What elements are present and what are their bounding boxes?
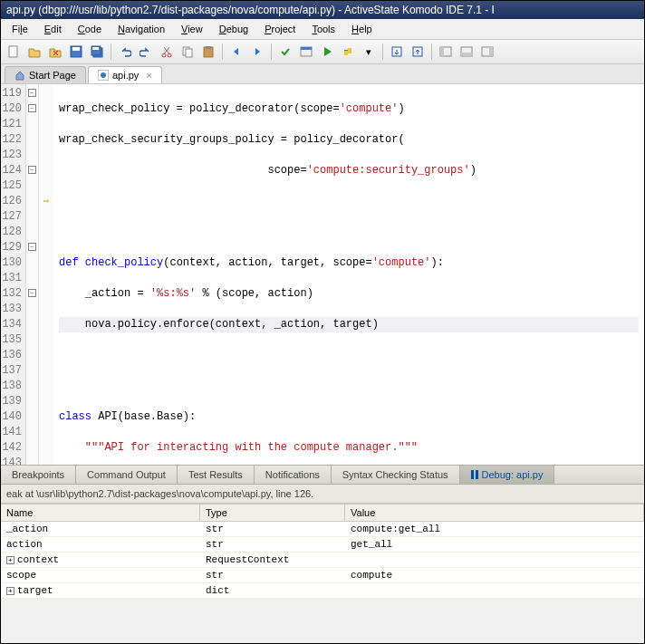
save-all-button[interactable] [88, 43, 106, 61]
forward-button[interactable] [248, 43, 266, 61]
line-number-gutter: 1191201211221231241251261271281291301311… [1, 84, 26, 465]
home-icon [14, 70, 25, 81]
svg-rect-9 [186, 49, 192, 57]
col-header-value[interactable]: Value [345, 505, 644, 521]
toolbar-separator [431, 43, 432, 60]
toolbar-separator [111, 43, 111, 60]
menu-bar: File Edit Code Navigation View Debug Pro… [1, 19, 644, 40]
tab-notifications[interactable]: Notifications [255, 466, 332, 484]
copy-button[interactable] [178, 43, 197, 61]
window-title-bar: api.py (dbgp:///usr/lib/python2.7/dist-p… [1, 1, 644, 19]
menu-view[interactable]: View [174, 21, 210, 37]
check-button[interactable] [276, 43, 294, 61]
variable-row[interactable]: +targetdict [1, 583, 644, 599]
code-editor[interactable]: 1191201211221231241251261271281291301311… [1, 84, 644, 465]
marker-column[interactable]: ⇨ [39, 84, 53, 465]
menu-project[interactable]: Project [257, 21, 303, 37]
run-button[interactable] [318, 43, 336, 61]
undo-button[interactable] [116, 43, 134, 61]
tab-start-page[interactable]: Start Page [5, 66, 86, 83]
preview-button[interactable] [297, 43, 315, 61]
close-button[interactable] [46, 43, 64, 61]
svg-rect-2 [72, 47, 80, 51]
tab-test-results[interactable]: Test Results [178, 466, 255, 484]
variable-row[interactable]: scopestrcompute [1, 568, 644, 583]
redo-button[interactable] [137, 43, 155, 61]
svg-rect-13 [301, 47, 312, 50]
tab-api-py[interactable]: api.py × [88, 66, 162, 83]
bottom-panel-tabs: Breakpoints Command Output Test Results … [1, 465, 644, 485]
main-toolbar: ▾ [1, 40, 644, 64]
python-file-icon [98, 70, 109, 81]
variable-row[interactable]: _actionstrcompute:get_all [1, 522, 644, 537]
svg-rect-0 [9, 46, 17, 57]
menu-code[interactable]: Code [71, 21, 109, 37]
tab-debug[interactable]: Debug: api.py [460, 466, 555, 484]
toolbar-separator [382, 43, 383, 60]
break-location-text: eak at \usr\lib\python2.7\dist-packages\… [1, 485, 644, 504]
tab-label: Start Page [29, 70, 76, 81]
pause-icon [471, 470, 478, 479]
save-button[interactable] [67, 43, 85, 61]
tab-syntax-checking[interactable]: Syntax Checking Status [332, 466, 460, 484]
col-header-type[interactable]: Type [200, 505, 345, 521]
editor-tabs: Start Page api.py × [1, 64, 644, 84]
tab-breakpoints[interactable]: Breakpoints [1, 466, 76, 484]
svg-rect-11 [206, 46, 211, 49]
col-header-name[interactable]: Name [1, 505, 200, 521]
fold-column[interactable]: −− − − − [26, 84, 39, 465]
close-tab-icon[interactable]: × [146, 70, 151, 81]
svg-rect-17 [440, 47, 444, 56]
variables-header: Name Type Value [1, 505, 644, 522]
svg-rect-21 [489, 47, 493, 56]
menu-file[interactable]: File [5, 21, 35, 37]
menu-tools[interactable]: Tools [304, 21, 342, 37]
toolbar-separator [271, 43, 272, 60]
svg-rect-19 [461, 53, 472, 56]
maximize-panel-button[interactable] [409, 43, 427, 61]
tab-label: api.py [112, 70, 139, 81]
menu-edit[interactable]: Edit [37, 21, 69, 37]
toggle-bottom-panel-button[interactable] [457, 43, 476, 61]
variable-row[interactable]: +contextRequestContext [1, 553, 644, 568]
variables-panel: Name Type Value _actionstrcompute:get_al… [1, 504, 644, 599]
cut-button[interactable] [158, 43, 176, 61]
svg-rect-5 [92, 47, 99, 50]
tab-command-output[interactable]: Command Output [76, 466, 178, 484]
open-button[interactable] [25, 43, 43, 61]
toolbar-separator [222, 43, 223, 60]
new-file-button[interactable] [5, 43, 23, 61]
svg-point-23 [101, 72, 106, 78]
python-icon[interactable] [339, 43, 357, 61]
toggle-right-panel-button[interactable] [478, 43, 496, 61]
dropdown-icon[interactable]: ▾ [360, 43, 378, 61]
paste-button[interactable] [199, 43, 217, 61]
menu-help[interactable]: Help [344, 21, 380, 37]
variable-row[interactable]: actionstrget_all [1, 537, 644, 553]
back-button[interactable] [227, 43, 245, 61]
code-area[interactable]: wrap_check_policy = policy_decorator(sco… [53, 84, 644, 465]
toggle-left-panel-button[interactable] [437, 43, 455, 61]
menu-navigation[interactable]: Navigation [111, 21, 172, 37]
minimize-panel-button[interactable] [388, 43, 406, 61]
menu-debug[interactable]: Debug [212, 21, 255, 37]
